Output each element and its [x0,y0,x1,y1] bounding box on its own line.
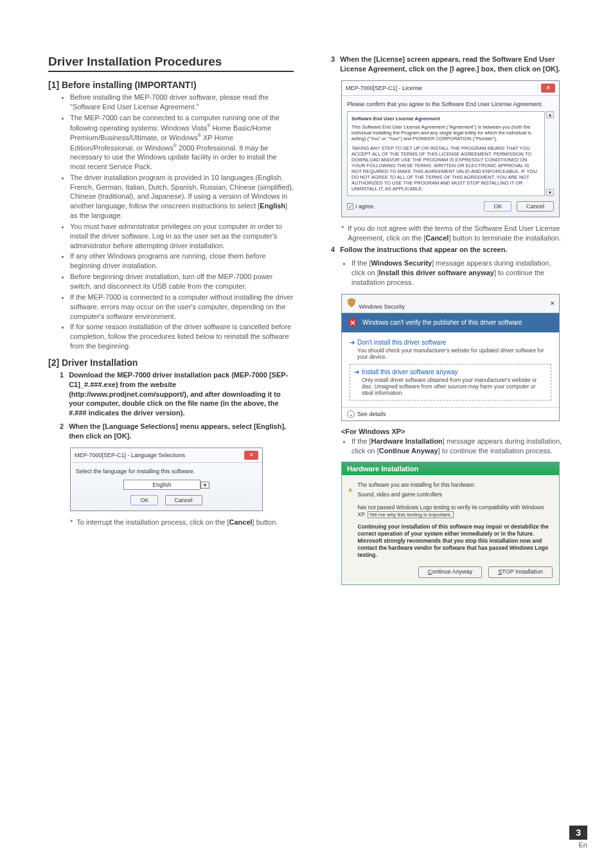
page-lang: En [569,841,587,849]
scroll-up-icon[interactable]: ▴ [546,111,554,118]
text: To interrupt the installation process, c… [76,518,229,526]
text-bold: Cancel [425,234,449,242]
step-text: When the [Language Selections] menu appe… [69,422,294,441]
text-bold: Hardware Installation [371,437,443,445]
scroll-down-icon[interactable]: ▾ [546,189,554,196]
svg-text:!: ! [350,489,351,492]
license-paragraph: This Software End User License Agreement… [351,124,540,141]
option-subtitle: You should check your manufacturer's web… [357,347,551,360]
agree-checkbox[interactable]: ✓I agree. [347,203,375,210]
close-icon[interactable]: ✕ [541,84,555,93]
text-bold: Windows Security [371,259,432,267]
xp-heading: <For Windows XP> [341,428,565,435]
see-details-toggle[interactable]: ⌄ See details [342,407,559,420]
asterisk: * [341,224,344,243]
dialog-title: MEP-7000[SEP-C1] - License [346,85,422,91]
step-1: 1 Download the MEP-7000 driver installat… [60,370,294,418]
continue-anyway-button[interactable]: CContinue Anywayontinue Anyway [418,566,483,578]
option-subtitle: Only install driver software obtained fr… [362,377,547,396]
page-footer: 3 En [569,826,587,849]
xp-line3: has not passed Windows Logo testing to v… [358,504,553,518]
xp-line2: Sound, video and game controllers [358,491,553,498]
step-4: 4 Follow the instructions that appear on… [331,245,565,255]
license-note: * If you do not agree with the terms of … [341,224,565,243]
bullet: The MEP-7000 can be connected to a compu… [70,113,294,172]
step-3: 3 When the [License] screen appears, rea… [331,55,565,74]
step-number: 2 [60,422,64,441]
cancel-button[interactable]: Cancel [517,201,554,212]
step-text: Follow the instructions that appear on t… [340,245,565,255]
text: If the [ [351,437,371,445]
license-textbox: Software End User License Agreement This… [347,111,545,196]
close-icon[interactable]: ✕ [550,300,555,307]
cancel-button[interactable]: Cancel [165,495,202,505]
bullet: If the MEP-7000 is connected to a comput… [70,293,294,321]
step-number: 4 [331,245,335,255]
option-title: Install this driver software anyway [362,368,458,375]
option-install-anyway[interactable]: ➔Install this driver software anyway Onl… [350,364,551,401]
step-text: Download the MEP-7000 driver installatio… [69,370,294,418]
option-dont-install[interactable]: ➔Don't install this driver software You … [350,339,551,360]
dialog-title: Windows Security [346,297,405,310]
ok-button[interactable]: OK [130,495,158,505]
xp-note: If the [Hardware Installation] message a… [341,437,565,456]
step-number: 3 [331,55,335,74]
license-heading: Software End User License Agreement [351,116,540,122]
chevron-down-icon: ⌄ [347,410,355,418]
hardware-installation-dialog: Hardware Installation ! The software you… [341,462,560,584]
license-terms: TAKING ANY STEP TO SET UP OR INSTALL THE… [351,145,540,192]
text-bold: English [260,202,285,210]
step-2: 2 When the [Language Selections] menu ap… [60,422,294,441]
stop-installation-button[interactable]: STOP Installation [488,566,553,578]
language-note: * To interrupt the installation process,… [70,518,294,527]
windows-security-dialog: Windows Security ✕ Windows can't verify … [341,294,560,421]
section-1-title: [1] Before installing (IMPORTANT!) [48,80,294,90]
bullet: If for some reason installation of the d… [70,322,294,351]
bullet: The driver installation program is provi… [70,173,294,221]
warning-icon: ! [348,482,353,498]
bullet: You must have administrator privileges o… [70,222,294,251]
dialog-title: Hardware Installation [342,462,559,475]
text: ] button to terminate the installation. [449,234,560,242]
shield-x-icon [347,317,359,329]
license-dialog: MEP-7000[SEP-C1] - License ✕ Please conf… [341,80,560,217]
dialog-title: MEP-7000[SEP-C1] - Language Selections [75,452,185,458]
arrow-icon: ➔ [350,339,355,346]
language-select[interactable]: English [123,480,200,490]
page-number: 3 [569,826,587,840]
license-prompt: Please confirm that you agree to the Sof… [347,101,554,107]
xp-line1: The software you are installing for this… [358,482,553,489]
text: ] button. [253,518,278,526]
bullet: Before installing the MEP-7000 driver so… [70,93,294,112]
chevron-down-icon[interactable]: ▾ [200,482,209,489]
arrow-icon: ➔ [354,368,359,375]
text: ] to continue the installation process. [438,447,553,455]
text: If the [ [351,259,371,267]
security-banner: Windows can't verify the publisher of th… [342,313,559,332]
bullet: Before beginning driver installation, tu… [70,272,294,291]
agree-label: I agree. [355,203,375,210]
banner-text: Windows can't verify the publisher of th… [362,319,522,326]
shield-icon [346,297,357,309]
option-title: Don't install this driver software [357,339,446,346]
dialog-prompt: Select the language for installing this … [76,468,257,475]
xp-link[interactable]: Tell me why this testing is important. [368,511,454,518]
section-2-title: [2] Driver Installation [48,357,294,368]
language-selection-dialog: MEP-7000[SEP-C1] - Language Selections ✕… [70,448,263,511]
step-number: 1 [60,370,64,418]
asterisk: * [70,518,73,527]
text-bold: Continue Anyway [379,447,438,455]
text-bold: Cancel [229,518,253,526]
section-1-bullets: Before installing the MEP-7000 driver so… [70,93,294,351]
bullet: If any other Windows programs are runnin… [70,251,294,271]
text-bold: Install this driver software anyway [379,269,494,276]
step-text: When the [License] screen appears, read … [340,55,565,74]
ok-button[interactable]: OK [484,201,511,212]
main-heading: Driver Installation Procedures [48,55,294,72]
xp-bold-warning: Continuing your installation of this sof… [358,523,553,559]
see-details-label: See details [357,411,386,417]
step-4-sub: If the [Windows Security] message appear… [341,258,565,287]
close-icon[interactable]: ✕ [244,451,258,460]
